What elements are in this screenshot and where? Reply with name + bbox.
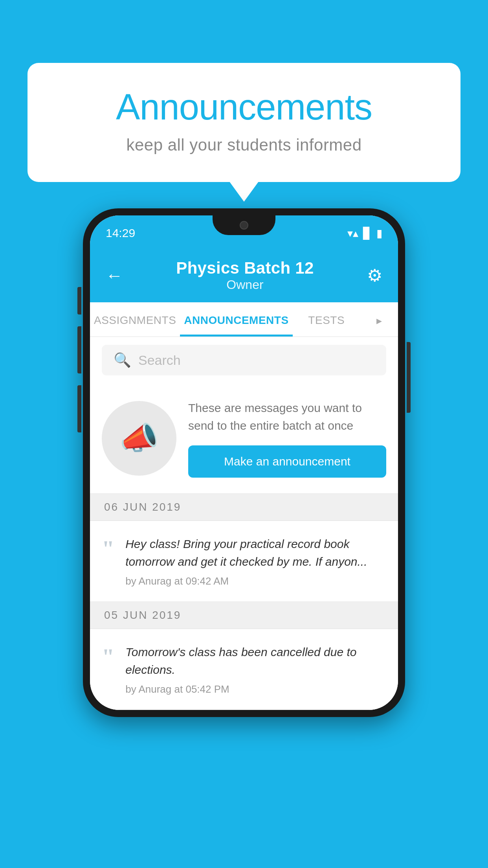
- quote-icon-0: ": [102, 537, 114, 560]
- header-center: Physics Batch 12 Owner: [176, 259, 314, 292]
- phone-side-button-volume-up: [77, 326, 81, 373]
- search-bar[interactable]: 🔍 Search: [102, 345, 386, 375]
- announcement-content-0: Hey class! Bring your practical record b…: [125, 535, 386, 587]
- tabs-row: ASSIGNMENTS ANNOUNCEMENTS TESTS ▸: [90, 302, 398, 337]
- camera-dot: [240, 221, 248, 230]
- announcement-text-1: Tomorrow's class has been cancelled due …: [125, 643, 386, 679]
- tab-more[interactable]: ▸: [360, 302, 398, 337]
- phone-side-button-power: [407, 342, 411, 413]
- promo-right: These are messages you want to send to t…: [188, 399, 386, 478]
- phone-notch: [213, 215, 275, 235]
- announcement-item-1: " Tomorrow's class has been cancelled du…: [90, 629, 398, 710]
- settings-icon[interactable]: ⚙: [367, 265, 382, 285]
- status-time: 14:29: [106, 226, 135, 240]
- phone-outer: 14:29 ▾▴ ▊ ▮ ← Physics Batch 12 Owner ⚙: [83, 208, 405, 717]
- search-placeholder: Search: [138, 353, 374, 368]
- speech-bubble-card: Announcements keep all your students inf…: [28, 63, 460, 182]
- announcement-item-0: " Hey class! Bring your practical record…: [90, 521, 398, 602]
- app-header: ← Physics Batch 12 Owner ⚙: [90, 251, 398, 302]
- speech-bubble-section: Announcements keep all your students inf…: [28, 63, 460, 182]
- search-icon: 🔍: [114, 352, 131, 368]
- header-subtitle: Owner: [176, 278, 314, 292]
- tab-tests[interactable]: TESTS: [293, 302, 360, 337]
- phone-side-button-volume-silent: [77, 287, 81, 314]
- announcement-text-0: Hey class! Bring your practical record b…: [125, 535, 386, 570]
- battery-icon: ▮: [376, 227, 382, 240]
- status-icons: ▾▴ ▊ ▮: [347, 227, 382, 240]
- search-container: 🔍 Search: [90, 337, 398, 383]
- date-separator-1: 05 JUN 2019: [90, 602, 398, 629]
- announcement-meta-0: by Anurag at 09:42 AM: [125, 575, 386, 587]
- status-bar: 14:29 ▾▴ ▊ ▮: [90, 215, 398, 251]
- bubble-title: Announcements: [59, 86, 429, 128]
- announcement-promo: 📣 These are messages you want to send to…: [90, 383, 398, 494]
- wifi-icon: ▾▴: [347, 227, 358, 240]
- phone-mockup: 14:29 ▾▴ ▊ ▮ ← Physics Batch 12 Owner ⚙: [83, 208, 405, 717]
- megaphone-icon: 📣: [119, 420, 159, 457]
- tab-announcements[interactable]: ANNOUNCEMENTS: [180, 302, 292, 337]
- quote-icon-1: ": [102, 645, 114, 668]
- phone-side-button-volume-down: [77, 385, 81, 432]
- promo-icon-circle: 📣: [102, 401, 176, 476]
- promo-description: These are messages you want to send to t…: [188, 399, 386, 434]
- announcement-meta-1: by Anurag at 05:42 PM: [125, 683, 386, 695]
- date-separator-0: 06 JUN 2019: [90, 494, 398, 521]
- signal-icon: ▊: [363, 227, 372, 240]
- phone-screen: 14:29 ▾▴ ▊ ▮ ← Physics Batch 12 Owner ⚙: [90, 215, 398, 710]
- header-title: Physics Batch 12: [176, 259, 314, 278]
- tab-assignments[interactable]: ASSIGNMENTS: [90, 302, 180, 337]
- bubble-subtitle: keep all your students informed: [59, 136, 429, 154]
- make-announcement-button[interactable]: Make an announcement: [188, 445, 386, 478]
- announcement-content-1: Tomorrow's class has been cancelled due …: [125, 643, 386, 695]
- back-button[interactable]: ←: [106, 266, 123, 285]
